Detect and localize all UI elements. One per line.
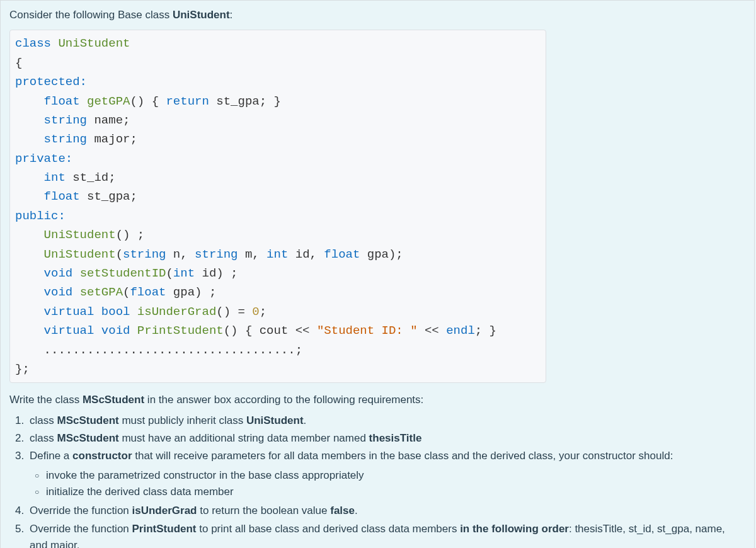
code-text: ( [116, 248, 123, 261]
type-string: string [44, 113, 87, 127]
req-3: Define a constructor that will receive p… [27, 448, 745, 500]
req-text: Override the function [30, 505, 132, 517]
req-bold: MScStudent [57, 414, 118, 426]
access-public: public: [15, 209, 66, 223]
req-text: class [30, 432, 57, 444]
req-bold: PrintStudent [132, 523, 197, 535]
type-int: int [266, 248, 288, 261]
code-text: ; [260, 305, 266, 319]
kw-void: void [44, 266, 73, 280]
open-brace: { [15, 56, 22, 70]
access-protected: protected: [15, 75, 87, 89]
follow-suffix: in the answer box according to the follo… [144, 394, 423, 406]
fn-setstudentid: setStudentID [80, 266, 166, 280]
kw-return: return [166, 94, 209, 108]
intro-text: Consider the following Base class UniStu… [9, 7, 745, 23]
req-text: Define a [30, 450, 72, 462]
code-text: major; [87, 132, 137, 146]
intro-prefix: Consider the following Base class [9, 9, 173, 21]
code-text: st_id; [66, 171, 116, 185]
req-1: class MScStudent must publicly inherit c… [27, 413, 745, 429]
type-int: int [173, 266, 195, 280]
kw-class: class [15, 37, 51, 50]
question-container: Consider the following Base class UniStu… [0, 0, 755, 548]
code-text: id) ; [195, 266, 238, 280]
req-text: to print all base class and derived clas… [197, 523, 461, 535]
code-text: st_gpa; [80, 190, 137, 203]
code-text: () ; [116, 228, 145, 242]
code-text: name; [87, 113, 130, 127]
follow-prefix: Write the class [9, 394, 83, 406]
req-bold: isUnderGrad [132, 505, 197, 517]
code-pre: class UniStudent { protected: float getG… [15, 34, 541, 379]
type-float: float [44, 190, 80, 203]
code-block: class UniStudent { protected: float getG… [9, 30, 546, 383]
fn-printstudent: PrintStudent [137, 324, 224, 338]
ctor: UniStudent [44, 248, 116, 261]
code-text: << [418, 324, 447, 338]
type-float: float [44, 94, 80, 108]
code-text: () { cout << [224, 324, 317, 338]
type-float: float [324, 248, 360, 261]
req-3-sub-2: initialize the derived class data member [46, 484, 745, 500]
ctor: UniStudent [44, 228, 116, 242]
req-bold: MScStudent [57, 432, 118, 444]
close-brace: }; [15, 362, 30, 376]
type-float: float [130, 285, 166, 299]
req-bold: in the following order [460, 523, 569, 535]
code-text: m, [238, 248, 267, 261]
type-string: string [123, 248, 166, 261]
kw-void: void [44, 285, 73, 299]
kw-bool: bool [101, 305, 130, 319]
req-text: class [30, 414, 57, 426]
req-5: Override the function PrintStudent to pr… [27, 521, 745, 548]
ellipsis-line: ...................................; [44, 343, 302, 357]
code-text: ( [166, 266, 173, 280]
req-text: . [304, 414, 307, 426]
num-zero: 0 [252, 305, 259, 319]
req-bold: thesisTitle [369, 432, 422, 444]
code-text: gpa) ; [166, 285, 216, 299]
intro-classname: UniStudent [173, 9, 230, 21]
code-text: ( [123, 285, 130, 299]
fn-setgpa: setGPA [80, 285, 123, 299]
fn-getgpa: getGPA [87, 94, 130, 108]
type-string: string [44, 132, 87, 146]
req-bold: constructor [72, 450, 132, 462]
code-text: id, [288, 248, 324, 261]
requirements-list: class MScStudent must publicly inherit c… [9, 413, 745, 548]
followup-text: Write the class MScStudent in the answer… [9, 392, 745, 408]
req-3-sublist: invoke the parametrized constructor in t… [30, 467, 745, 501]
req-text: must have an additional string data memb… [119, 432, 369, 444]
req-bold: UniStudent [246, 414, 304, 426]
req-text: . [355, 505, 358, 517]
req-bold: false [330, 505, 355, 517]
req-text: that will receive parameters for all dat… [132, 450, 673, 462]
code-text: gpa); [360, 248, 403, 261]
code-text: st_gpa; } [209, 94, 281, 108]
req-4: Override the function isUnderGrad to ret… [27, 503, 745, 519]
kw-virtual: virtual [44, 324, 94, 338]
req-2: class MScStudent must have an additional… [27, 430, 745, 447]
kw-endl: endl [446, 324, 475, 338]
req-text: Override the function [30, 523, 132, 535]
kw-void: void [101, 324, 130, 338]
access-private: private: [15, 152, 72, 166]
type-string: string [195, 248, 238, 261]
type-int: int [44, 171, 66, 185]
kw-virtual: virtual [44, 305, 94, 319]
req-text: must publicly inherit class [119, 414, 246, 426]
intro-suffix: : [230, 9, 233, 21]
code-text: ; } [475, 324, 496, 338]
fn-isundergrad: isUnderGrad [137, 305, 216, 319]
req-3-sub-1: invoke the parametrized constructor in t… [46, 467, 745, 484]
code-text: () = [216, 305, 252, 319]
class-name: UniStudent [58, 37, 130, 50]
follow-classname: MScStudent [83, 394, 144, 406]
req-text: to return the boolean value [197, 505, 331, 517]
code-text: n, [166, 248, 195, 261]
code-text: () { [130, 94, 159, 108]
string-literal: "Student ID: " [317, 324, 418, 338]
